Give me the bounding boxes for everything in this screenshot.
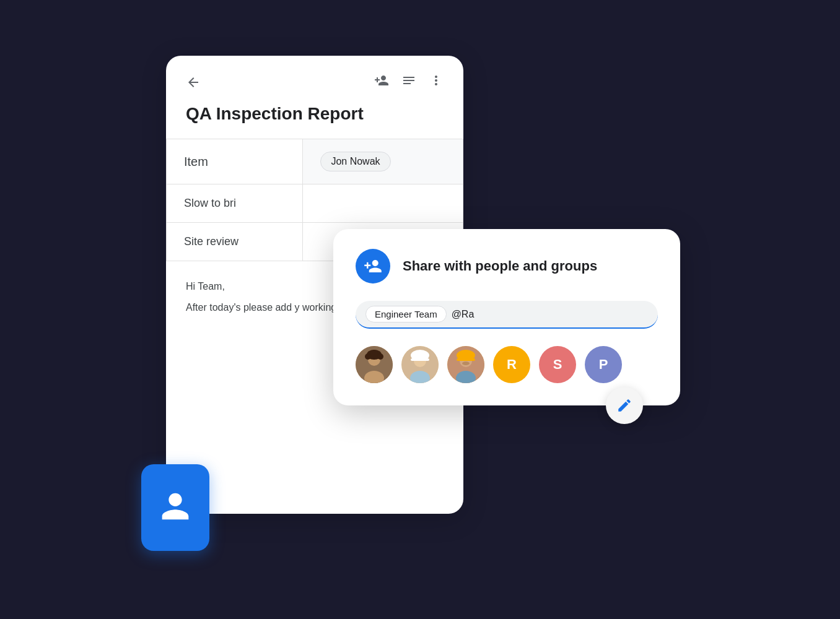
- doc-header-actions: [374, 73, 444, 92]
- profile-card[interactable]: [141, 464, 209, 551]
- avatar-p[interactable]: P: [585, 346, 622, 383]
- share-search-input[interactable]: [452, 309, 648, 320]
- table-cell-item: Item: [167, 139, 303, 184]
- avatar-r[interactable]: R: [493, 346, 530, 383]
- engineer-team-chip[interactable]: Engineer Team: [365, 306, 447, 322]
- table-row: Slow to bri: [167, 184, 463, 223]
- edit-fab-button[interactable]: [606, 387, 643, 424]
- share-dialog: Share with people and groups Engineer Te…: [333, 229, 680, 405]
- table-cell-name: Jon Nowak: [303, 139, 463, 184]
- profile-icon: [155, 487, 195, 529]
- doc-title: QA Inspection Report: [166, 99, 463, 139]
- avatar-r-letter: R: [507, 357, 517, 373]
- share-header: Share with people and groups: [356, 249, 658, 284]
- svg-point-17: [462, 361, 470, 365]
- svg-point-4: [365, 353, 371, 360]
- avatar-person-3[interactable]: [447, 346, 484, 383]
- name-chip[interactable]: Jon Nowak: [320, 152, 390, 171]
- avatar-s[interactable]: S: [539, 346, 576, 383]
- back-button[interactable]: [186, 75, 201, 90]
- avatar-person-1[interactable]: [356, 346, 393, 383]
- svg-point-6: [370, 350, 378, 357]
- notes-icon[interactable]: [401, 73, 416, 92]
- share-icon-circle: [356, 249, 390, 284]
- add-person-icon[interactable]: [374, 73, 389, 92]
- table-cell-site: Site review: [167, 223, 303, 261]
- avatar-row: R S P: [356, 346, 658, 383]
- share-title: Share with people and groups: [403, 258, 597, 274]
- table-cell-empty1: [303, 184, 463, 223]
- doc-header: [166, 56, 463, 99]
- more-options-icon[interactable]: [429, 73, 444, 92]
- svg-rect-11: [411, 358, 429, 361]
- avatar-s-letter: S: [553, 357, 562, 373]
- table-row: Item Jon Nowak: [167, 139, 463, 184]
- share-input-container[interactable]: Engineer Team: [356, 301, 658, 329]
- svg-rect-16: [457, 358, 475, 361]
- avatar-person-2[interactable]: [401, 346, 439, 383]
- table-cell-slow: Slow to bri: [167, 184, 303, 223]
- avatar-p-letter: P: [599, 357, 608, 373]
- svg-point-5: [377, 353, 383, 360]
